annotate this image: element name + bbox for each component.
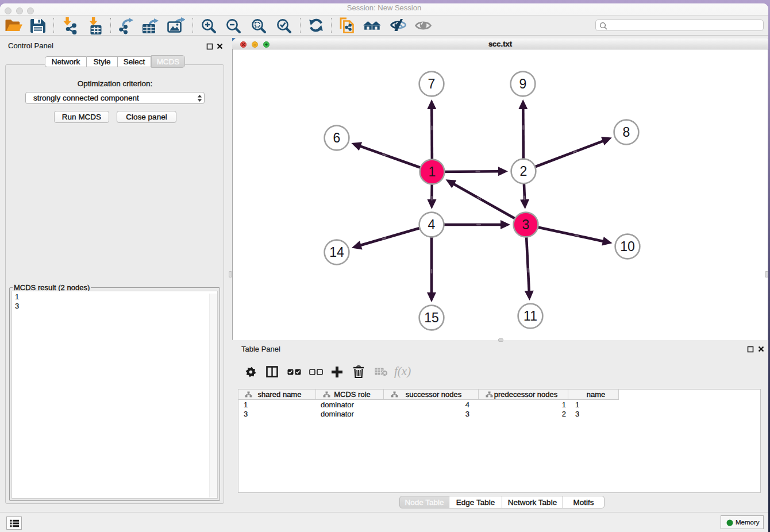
svg-text:6: 6 <box>333 130 341 145</box>
svg-text:2: 2 <box>520 164 528 179</box>
svg-text:14: 14 <box>329 245 344 260</box>
svg-text:1: 1 <box>429 164 436 179</box>
svg-text:11: 11 <box>523 309 537 323</box>
svg-text:10: 10 <box>620 239 635 254</box>
svg-text:3: 3 <box>522 217 530 232</box>
svg-text:4: 4 <box>428 217 436 232</box>
svg-text:7: 7 <box>428 76 436 91</box>
svg-text:15: 15 <box>424 310 439 325</box>
svg-text:8: 8 <box>623 125 630 140</box>
svg-text:9: 9 <box>519 76 527 91</box>
